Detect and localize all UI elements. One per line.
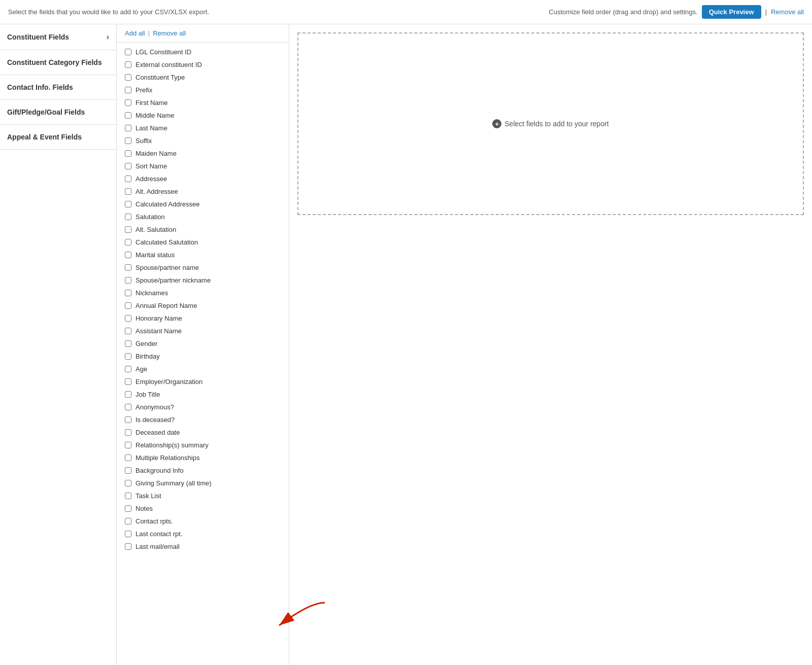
list-item[interactable]: Job Title xyxy=(117,388,289,401)
field-checkbox[interactable] xyxy=(125,391,131,398)
sidebar-label-constituent-fields: Constituent Fields xyxy=(7,33,69,41)
list-item[interactable]: Maiden Name xyxy=(117,147,289,160)
field-checkbox[interactable] xyxy=(125,150,131,157)
list-item[interactable]: Contact rpts. xyxy=(117,515,289,528)
list-item[interactable]: Birthday xyxy=(117,350,289,363)
field-label: Anonymous? xyxy=(136,403,174,411)
sidebar-item-constituent-category-fields[interactable]: Constituent Category Fields xyxy=(0,50,116,75)
list-item[interactable]: Nicknames xyxy=(117,287,289,299)
list-item[interactable]: Spouse/partner name xyxy=(117,261,289,274)
sidebar-item-appeal-event-fields[interactable]: Appeal & Event Fields xyxy=(0,125,116,150)
list-item[interactable]: Addressee xyxy=(117,172,289,185)
field-checkbox[interactable] xyxy=(125,214,131,220)
field-checkbox[interactable] xyxy=(125,340,131,347)
field-checkbox[interactable] xyxy=(125,302,131,309)
list-item[interactable]: Marital status xyxy=(117,249,289,261)
list-item[interactable]: Honorary Name xyxy=(117,312,289,325)
list-item[interactable]: External constituent ID xyxy=(117,58,289,71)
field-checkbox[interactable] xyxy=(125,416,131,423)
list-item[interactable]: Middle Name xyxy=(117,109,289,122)
field-label: LGL Constituent ID xyxy=(136,48,191,56)
list-item[interactable]: Gender xyxy=(117,337,289,350)
sidebar-item-constituent-fields[interactable]: Constituent Fields › xyxy=(0,24,116,50)
field-label: First Name xyxy=(136,99,168,107)
list-item[interactable]: Alt. Addressee xyxy=(117,185,289,198)
field-checkbox[interactable] xyxy=(125,290,131,296)
field-checkbox[interactable] xyxy=(125,226,131,233)
list-item[interactable]: Employer/Organization xyxy=(117,375,289,388)
field-checkbox[interactable] xyxy=(125,505,131,512)
list-item[interactable]: Sort Name xyxy=(117,160,289,172)
field-checkbox[interactable] xyxy=(125,239,131,246)
field-label: Notes xyxy=(136,505,153,512)
list-item[interactable]: Relationship(s) summary xyxy=(117,439,289,451)
field-list-header: Add all | Remove all xyxy=(117,24,289,43)
sidebar-item-gift-pledge-goal-fields[interactable]: Gift/Pledge/Goal Fields xyxy=(0,100,116,125)
plus-circle-icon: + xyxy=(492,119,501,128)
field-checkbox[interactable] xyxy=(125,467,131,474)
list-item[interactable]: Background Info xyxy=(117,464,289,477)
list-item[interactable]: Constituent Type xyxy=(117,71,289,84)
list-item[interactable]: First Name xyxy=(117,96,289,109)
list-item[interactable]: Salutation xyxy=(117,211,289,223)
add-all-link[interactable]: Add all xyxy=(125,29,145,37)
list-item[interactable]: Multiple Relationships xyxy=(117,451,289,464)
list-item[interactable]: LGL Constituent ID xyxy=(117,46,289,58)
list-item[interactable]: Last Name xyxy=(117,122,289,134)
field-checkbox[interactable] xyxy=(125,252,131,258)
list-item[interactable]: Suffix xyxy=(117,134,289,147)
field-checkbox[interactable] xyxy=(125,315,131,322)
field-checkbox[interactable] xyxy=(125,49,131,55)
list-item[interactable]: Is deceased? xyxy=(117,413,289,426)
field-label: Middle Name xyxy=(136,112,175,119)
top-remove-all-link[interactable]: Remove all xyxy=(771,8,804,16)
field-checkbox[interactable] xyxy=(125,188,131,195)
list-item[interactable]: Assistant Name xyxy=(117,325,289,337)
list-item[interactable]: Annual Report Name xyxy=(117,299,289,312)
field-checkbox[interactable] xyxy=(125,531,131,537)
list-item[interactable]: Anonymous? xyxy=(117,401,289,413)
list-item[interactable]: Calculated Addressee xyxy=(117,198,289,211)
field-checkbox[interactable] xyxy=(125,61,131,68)
field-checkbox[interactable] xyxy=(125,353,131,360)
field-checkbox[interactable] xyxy=(125,176,131,182)
list-item[interactable]: Deceased date xyxy=(117,426,289,439)
sidebar-item-contact-info-fields[interactable]: Contact Info. Fields xyxy=(0,75,116,100)
list-item[interactable]: Prefix xyxy=(117,84,289,96)
field-label: Prefix xyxy=(136,86,152,94)
field-checkbox[interactable] xyxy=(125,99,131,106)
field-checkbox[interactable] xyxy=(125,163,131,169)
field-checkbox[interactable] xyxy=(125,366,131,372)
field-label: Relationship(s) summary xyxy=(136,441,209,449)
field-label: Calculated Addressee xyxy=(136,200,199,208)
field-checkbox[interactable] xyxy=(125,277,131,284)
field-checkbox[interactable] xyxy=(125,328,131,334)
list-item[interactable]: Age xyxy=(117,363,289,375)
field-checkbox[interactable] xyxy=(125,480,131,486)
remove-all-link2[interactable]: Remove all xyxy=(153,29,186,37)
field-checkbox[interactable] xyxy=(125,137,131,144)
field-checkbox[interactable] xyxy=(125,74,131,81)
field-checkbox[interactable] xyxy=(125,429,131,436)
field-checkbox[interactable] xyxy=(125,264,131,271)
field-checkbox[interactable] xyxy=(125,112,131,119)
list-item[interactable]: Alt. Salutation xyxy=(117,223,289,236)
field-checkbox[interactable] xyxy=(125,442,131,448)
field-checkbox[interactable] xyxy=(125,125,131,131)
list-item[interactable]: Spouse/partner nickname xyxy=(117,274,289,287)
field-checkbox[interactable] xyxy=(125,404,131,410)
field-checkbox[interactable] xyxy=(125,378,131,385)
list-item[interactable]: Task List xyxy=(117,489,289,502)
list-item[interactable]: Calculated Salutation xyxy=(117,236,289,249)
quick-preview-button[interactable]: Quick Preview xyxy=(702,5,761,19)
field-checkbox[interactable] xyxy=(125,518,131,524)
list-item[interactable]: Last contact rpt. xyxy=(117,528,289,540)
field-checkbox[interactable] xyxy=(125,493,131,499)
list-item[interactable]: Last mail/email xyxy=(117,540,289,553)
list-item[interactable]: Notes xyxy=(117,502,289,515)
field-checkbox[interactable] xyxy=(125,87,131,93)
field-checkbox[interactable] xyxy=(125,543,131,550)
list-item[interactable]: Giving Summary (all time) xyxy=(117,477,289,489)
field-checkbox[interactable] xyxy=(125,201,131,207)
field-checkbox[interactable] xyxy=(125,454,131,461)
